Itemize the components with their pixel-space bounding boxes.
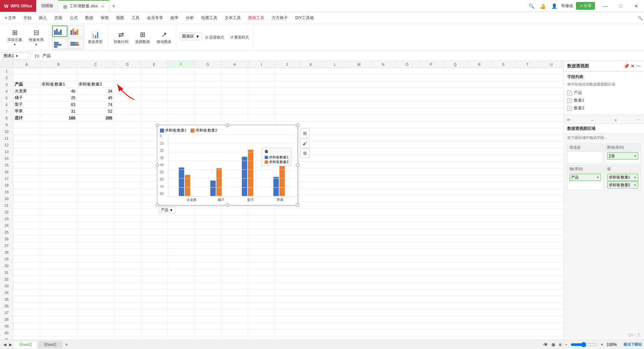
- cell[interactable]: [77, 296, 114, 302]
- col-header-e[interactable]: E: [141, 61, 168, 67]
- formula-function-icon[interactable]: ƒx: [33, 53, 41, 58]
- cell[interactable]: [221, 323, 248, 329]
- cell[interactable]: [248, 276, 275, 282]
- cell[interactable]: [77, 229, 114, 235]
- cell[interactable]: [168, 330, 195, 336]
- cell[interactable]: [221, 108, 248, 114]
- col-header-c[interactable]: C: [77, 61, 114, 67]
- cell[interactable]: [40, 209, 77, 215]
- cell[interactable]: [248, 229, 275, 235]
- cell[interactable]: [40, 135, 77, 141]
- cell[interactable]: [221, 269, 248, 276]
- cell[interactable]: [248, 74, 275, 81]
- cell[interactable]: [114, 262, 141, 269]
- cell[interactable]: [114, 229, 141, 235]
- cell[interactable]: [77, 168, 114, 175]
- cell[interactable]: [13, 155, 40, 161]
- cell[interactable]: [248, 222, 275, 229]
- cell[interactable]: [141, 81, 168, 88]
- cell[interactable]: [248, 209, 275, 215]
- panel-option-icon-4[interactable]: ⋯: [637, 118, 641, 122]
- cell[interactable]: [40, 229, 77, 235]
- cell[interactable]: [221, 289, 248, 296]
- cell[interactable]: [13, 242, 40, 249]
- cell[interactable]: [195, 336, 221, 340]
- cell[interactable]: [168, 249, 195, 255]
- statusbar-icon-1[interactable]: 👁: [543, 342, 548, 347]
- cell[interactable]: [248, 95, 275, 101]
- cell[interactable]: [248, 242, 275, 249]
- chart-area-dropdown[interactable]: 图表区 ▼: [180, 33, 202, 40]
- handle-top-mid[interactable]: [226, 123, 229, 127]
- cell[interactable]: [40, 155, 77, 161]
- cell[interactable]: [13, 336, 40, 340]
- cell[interactable]: [40, 68, 77, 74]
- cell[interactable]: [248, 283, 275, 289]
- col-header-j[interactable]: J: [275, 61, 299, 67]
- select-data-button[interactable]: ⊞ 选择数据: [132, 28, 153, 48]
- cell[interactable]: [221, 249, 248, 255]
- cell[interactable]: [13, 236, 40, 242]
- file-tab[interactable]: ▦ 工作薄数量.xlsx ✕: [58, 0, 109, 12]
- cell[interactable]: [221, 242, 248, 249]
- cell[interactable]: [248, 236, 275, 242]
- search-menu-icon[interactable]: 🔍: [638, 16, 643, 20]
- cell[interactable]: [114, 202, 141, 208]
- cell[interactable]: [13, 303, 40, 309]
- find-template-tab[interactable]: 找模板: [37, 0, 58, 12]
- value-field-tag[interactable]: 求和项:数量1▼: [607, 174, 639, 181]
- panel-option-icon-2[interactable]: ↔: [591, 118, 594, 122]
- cell[interactable]: [13, 202, 40, 208]
- cell[interactable]: [168, 242, 195, 249]
- cell[interactable]: [40, 283, 77, 289]
- cell[interactable]: [13, 330, 40, 336]
- add-element-button[interactable]: ⊞ 添加元素 ▼: [5, 28, 25, 48]
- name-box[interactable]: 图表1 ▼: [2, 52, 29, 60]
- chart-style-btn[interactable]: 🖌: [300, 139, 310, 148]
- cell[interactable]: [77, 162, 114, 168]
- chart-elements-btn[interactable]: ⊞: [300, 129, 310, 138]
- col-header-d[interactable]: D: [114, 61, 141, 67]
- handle-bottom-right[interactable]: [296, 203, 299, 207]
- cell[interactable]: [77, 68, 114, 74]
- menu-efficiency[interactable]: 效率: [167, 14, 182, 22]
- col-header-f[interactable]: F: [168, 61, 195, 67]
- cell[interactable]: [114, 155, 141, 161]
- cell[interactable]: [13, 209, 40, 215]
- col-header-i[interactable]: I: [248, 61, 275, 67]
- cell[interactable]: [221, 115, 248, 121]
- zoom-plus[interactable]: +: [601, 342, 603, 347]
- cell[interactable]: [114, 121, 141, 128]
- menu-file[interactable]: ≡ 文件: [1, 14, 19, 22]
- cell[interactable]: [168, 269, 195, 276]
- cell[interactable]: [195, 289, 221, 296]
- cell[interactable]: [40, 175, 77, 182]
- cell[interactable]: [77, 262, 114, 269]
- chart-filter-button[interactable]: 产品 ▼: [159, 207, 175, 213]
- cell[interactable]: [77, 209, 114, 215]
- cell[interactable]: [77, 189, 114, 195]
- cell[interactable]: [221, 296, 248, 302]
- tab-nav-left[interactable]: ◀: [2, 342, 8, 348]
- col-header-s[interactable]: S: [491, 61, 516, 67]
- cell[interactable]: [13, 269, 40, 276]
- sheet-tab-sheet2[interactable]: Sheet2: [13, 341, 38, 348]
- value-field-tag[interactable]: 求和项:数量2▼: [607, 182, 639, 189]
- cell[interactable]: [141, 330, 168, 336]
- cell[interactable]: [221, 309, 248, 316]
- cell[interactable]: [141, 336, 168, 340]
- handle-bottom-mid[interactable]: [226, 203, 229, 207]
- cell[interactable]: [114, 236, 141, 242]
- cell[interactable]: [77, 249, 114, 255]
- cell[interactable]: [40, 236, 77, 242]
- add-tab-button[interactable]: +: [109, 3, 118, 9]
- cell[interactable]: [40, 182, 77, 188]
- cell[interactable]: [195, 95, 221, 101]
- cell[interactable]: 52: [77, 108, 114, 114]
- cell[interactable]: [40, 303, 77, 309]
- col-header-q[interactable]: Q: [443, 61, 468, 67]
- cell[interactable]: [141, 256, 168, 262]
- cell[interactable]: [13, 309, 40, 316]
- cell[interactable]: [13, 182, 40, 188]
- cell[interactable]: [141, 283, 168, 289]
